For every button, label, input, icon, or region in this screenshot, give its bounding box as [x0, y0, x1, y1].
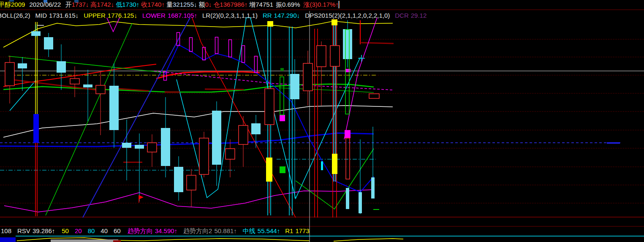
cyan-mini-bar: [371, 177, 375, 198]
cyan-mini-bar: [359, 192, 362, 213]
candle-body: [96, 85, 105, 94]
sub-indicator-segment: R1: [285, 227, 293, 235]
candle-body: [290, 74, 299, 99]
signal-yellow-top: [267, 21, 273, 27]
candle-body: [226, 149, 235, 159]
boll-param-segment: 1687.105↑: [168, 11, 197, 20]
green-trend-up: [46, 23, 132, 215]
boll-param-segment: UPPER: [84, 11, 106, 20]
quote-segment: 甲醇2009: [0, 0, 25, 9]
quote-segment: 振: [276, 0, 282, 9]
magenta-range-bar: [242, 46, 245, 63]
quote-segment: 74751: [255, 0, 273, 9]
signal-yellow-top: [332, 19, 337, 25]
sub-indicator-segment: 40: [101, 227, 108, 235]
candle-body: [5, 63, 14, 86]
boll-param-segment: BOLL(26,2): [0, 11, 30, 20]
magenta-range-bar: [229, 40, 232, 57]
quote-segment: 收: [141, 0, 147, 9]
signal-magenta-bar: [345, 130, 351, 138]
candle-body: [83, 84, 92, 87]
boll-param-segment: 29.12: [411, 11, 427, 20]
quote-segment: 1730↑: [122, 0, 139, 9]
signal-green-column: [280, 77, 284, 115]
quote-segment: 1742↓: [97, 0, 114, 9]
candle-body: [265, 89, 274, 125]
boll-param-segment: 1731.615↓: [49, 11, 79, 20]
candle-body: [199, 138, 209, 174]
blue-segment-right: [607, 142, 620, 144]
candle-body: [330, 46, 340, 66]
quote-segment: 2020/06/22: [29, 0, 61, 9]
maroon-seg-4: [205, 89, 244, 90]
signal-magenta-bar: [280, 115, 285, 121]
candle-body: [317, 46, 326, 67]
quote-segment: 高: [90, 0, 97, 9]
candle-body: [57, 61, 66, 73]
maroon-seg-5: [361, 43, 394, 44]
quote-segment: 开: [65, 0, 71, 9]
candle-body: [343, 29, 352, 59]
candle-body: [109, 86, 119, 130]
magenta-range-bar: [215, 37, 218, 54]
candle-body: [31, 31, 41, 36]
magenta-range-bar: [255, 56, 258, 73]
indicator-params-bar: BOLL(26,2)MID1731.615↓UPPER1776.125↓LOWE…: [0, 11, 427, 20]
sub-indicator-segment: 趋势方向: [128, 227, 153, 235]
sub-indicator-segment: 39.286↑: [33, 227, 55, 235]
quote-segment: 仓: [213, 0, 220, 9]
candle-body: [303, 63, 312, 91]
chart-canvas[interactable]: [0, 0, 644, 242]
sub-indicator-segment: 60: [114, 227, 121, 235]
red-hollow-bar: [369, 94, 379, 98]
boll-param-segment: RR: [263, 11, 272, 20]
sub-pane-gray-area: [51, 239, 118, 242]
quote-segment: 0.69%: [282, 0, 300, 9]
sub-indicator-segment: 中线: [243, 227, 255, 235]
sub-indicator-segment: 50: [62, 227, 69, 235]
boll-lower-line: [4, 190, 374, 212]
magenta-range-bar: [190, 38, 193, 52]
candle-body: [212, 111, 221, 165]
magenta-dashed-line: [154, 71, 393, 90]
quote-segment: 涨(3): [304, 0, 318, 9]
candle-body: [187, 175, 196, 190]
quote-segment: 量: [166, 0, 173, 9]
boll-param-segment: DPS2015(2)(2,1,1,2,0,2,2,1,0): [305, 11, 390, 20]
candle-body: [147, 143, 157, 152]
quote-segment: 1367986↑: [220, 0, 247, 9]
quote-segment: 低: [116, 0, 122, 9]
signal-blue-bar: [33, 114, 39, 143]
sub-yellow-curve-2: [334, 239, 403, 241]
sub-indicator-segment: 50.881↑: [214, 227, 236, 235]
sub-indicator-segment: RSV: [17, 227, 30, 235]
sub-indicator-segment: 108: [1, 227, 11, 235]
sub-indicator-segment: 1773: [295, 227, 309, 235]
sub-pane-blue-block: [0, 237, 16, 242]
quote-segment: ▏: [339, 0, 344, 9]
quote-segment: 额: [199, 0, 205, 9]
boll-mid-line: [3, 106, 393, 137]
quote-segment: 增: [249, 0, 255, 9]
sub-indicator-segment: 20: [75, 227, 82, 235]
quote-info-bar: 甲醇20092020/06/22开1737↓高1742↓低1730↑收1740↑…: [0, 0, 343, 9]
candle-body: [251, 123, 261, 134]
boll-param-segment: LR(2)(0,2,3,1,1,1,1): [202, 11, 258, 20]
sub-indicator-segment: 34.590↑: [155, 227, 177, 235]
cyan-mini-bar: [346, 188, 349, 209]
trading-terminal: 甲醇20092020/06/22开1737↓高1742↓低1730↑收1740↑…: [0, 0, 644, 242]
cyan-mini-bar: [321, 161, 323, 170]
signal-yellow-bar: [266, 158, 272, 182]
signal-green-dot: [280, 68, 284, 71]
boll-param-segment: LOWER: [142, 11, 166, 20]
candle-body: [161, 128, 170, 166]
sub-indicator-segment: 55.544↑: [258, 227, 280, 235]
quote-segment: 0↓: [205, 0, 212, 9]
sub-indicator-segment: 趋势方向2: [183, 227, 212, 235]
candle-body: [239, 125, 248, 144]
candle-body: [18, 63, 27, 68]
boll-param-segment: DCR: [395, 11, 409, 20]
sub-pane-maroon-area: [113, 240, 121, 242]
candle-body: [70, 79, 79, 84]
candle-body: [174, 167, 183, 192]
